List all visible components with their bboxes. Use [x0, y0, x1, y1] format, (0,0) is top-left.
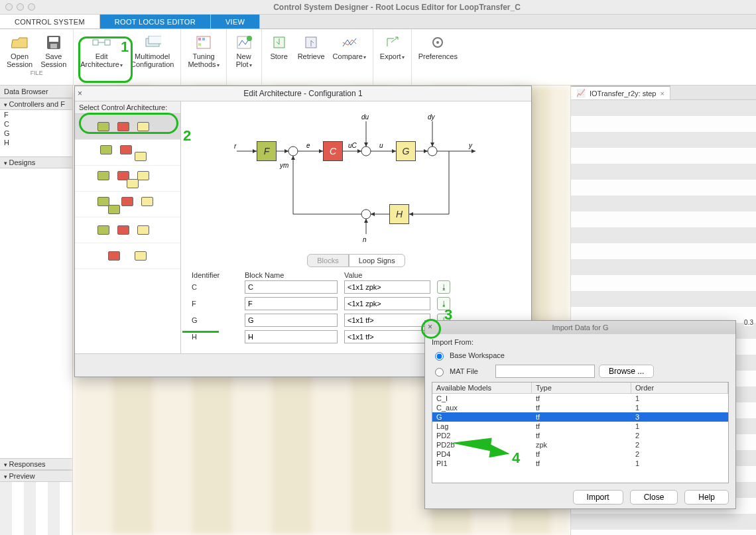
import-data-dialog: × Import Data for G Import From: Base Wo…	[424, 320, 736, 509]
radio-mat-file[interactable]	[435, 368, 444, 377]
svg-rect-10	[198, 38, 201, 40]
block-name-input[interactable]	[245, 297, 338, 310]
ribbon-group-file: Open Session Save Session FILE	[0, 29, 74, 85]
controller-item[interactable]: H	[0, 138, 72, 147]
ribbon-group-results: Store Retrieve Compare	[262, 29, 373, 85]
doc-tab-iotransfer[interactable]: 📈 IOTransfer_r2y: step ×	[571, 86, 670, 99]
new-plot-button[interactable]: New Plot	[231, 32, 257, 70]
svg-rect-8	[149, 36, 161, 44]
help-button[interactable]: Help	[684, 490, 729, 505]
model-row[interactable]: PD2bzpk2	[432, 440, 728, 449]
minimize-window-icon[interactable]	[17, 3, 24, 11]
import-from-label: Import From:	[432, 338, 729, 346]
main-tab-strip: CONTROL SYSTEM ROOT LOCUS EDITOR VIEW	[0, 15, 756, 29]
model-row[interactable]: PD2tf2	[432, 431, 728, 440]
store-button[interactable]: Store	[266, 32, 292, 62]
tuning-methods-button[interactable]: Tuning Methods	[185, 32, 221, 70]
svg-text:r: r	[234, 143, 237, 150]
compare-button[interactable]: Compare	[330, 32, 369, 62]
svg-text:y: y	[468, 142, 473, 149]
architecture-option[interactable]	[75, 114, 180, 140]
close-button[interactable]: Close	[630, 490, 678, 505]
model-row[interactable]: C_Itf1	[432, 394, 728, 403]
svg-text:ym: ym	[279, 162, 288, 169]
block-row: F⭳	[192, 297, 521, 310]
architecture-selector: Select Control Architecture:	[75, 101, 181, 353]
import-block-button[interactable]: ⭳	[437, 297, 450, 310]
block-row: C⭳	[192, 280, 521, 294]
close-icon[interactable]: ×	[428, 322, 432, 331]
section-responses[interactable]: Responses	[0, 458, 72, 470]
export-icon	[383, 33, 401, 52]
block-value-input[interactable]	[344, 314, 430, 327]
zoom-window-icon[interactable]	[28, 3, 35, 11]
svg-text:n: n	[363, 236, 367, 243]
multimodel-config-button[interactable]: Multimodel Configuration	[128, 32, 176, 70]
import-block-button[interactable]: ⭳	[437, 280, 450, 294]
architecture-option[interactable]	[75, 192, 180, 217]
architecture-option[interactable]	[75, 217, 180, 243]
ribbon-group-prefs: Preferences	[412, 29, 464, 85]
ribbon-group-plot: New Plot	[227, 29, 262, 85]
controller-item[interactable]: G	[0, 129, 72, 138]
import-button[interactable]: Import	[573, 490, 623, 505]
block-id: F	[192, 300, 238, 308]
svg-point-34	[288, 147, 298, 156]
ribbon-group-export: Export	[373, 29, 412, 85]
model-row[interactable]: PD4tf2	[432, 449, 728, 459]
save-icon	[44, 33, 63, 52]
tab-control-system[interactable]: CONTROL SYSTEM	[0, 15, 100, 29]
gear-icon	[428, 33, 447, 52]
svg-text:du: du	[361, 113, 369, 121]
open-session-button[interactable]: Open Session	[4, 32, 35, 70]
model-row[interactable]: Gtf3	[432, 412, 728, 422]
section-controllers[interactable]: Controllers and F	[0, 98, 72, 110]
close-window-icon[interactable]	[5, 3, 13, 11]
controller-item[interactable]: F	[0, 110, 72, 119]
tab-root-locus-editor[interactable]: ROOT LOCUS EDITOR	[100, 15, 211, 29]
block-G: G	[396, 141, 416, 161]
tab-blocks[interactable]: Blocks	[307, 254, 348, 267]
edit-architecture-button[interactable]: Edit Architecture	[78, 32, 125, 70]
block-value-input[interactable]	[344, 297, 430, 310]
preferences-button[interactable]: Preferences	[416, 32, 460, 62]
retrieve-button[interactable]: Retrieve	[295, 32, 328, 62]
block-id: C	[192, 283, 238, 291]
model-row[interactable]: C_auxtf1	[432, 403, 728, 412]
ribbon-group-arch: Edit Architecture Multimodel Configurati…	[74, 29, 181, 85]
controller-item[interactable]: C	[0, 119, 72, 129]
model-row[interactable]: PI1tf1	[432, 459, 728, 468]
block-value-input[interactable]	[344, 330, 430, 343]
browse-button[interactable]: Browse ...	[599, 365, 654, 378]
tab-loop-signs[interactable]: Loop Signs	[349, 254, 405, 267]
svg-rect-12	[198, 43, 201, 46]
close-icon[interactable]: ×	[660, 89, 664, 97]
svg-point-37	[361, 209, 371, 219]
svg-rect-5	[105, 40, 110, 45]
svg-point-14	[247, 36, 252, 41]
close-icon[interactable]: ×	[78, 89, 82, 98]
architecture-option[interactable]	[75, 243, 180, 269]
model-row[interactable]: Lagtf1	[432, 422, 728, 431]
plot-line-icon: 📈	[576, 89, 586, 97]
svg-text:e: e	[306, 142, 310, 149]
radio-base-workspace[interactable]	[435, 352, 444, 361]
svg-marker-0	[11, 38, 27, 48]
mat-file-path-input[interactable]	[495, 365, 595, 378]
section-designs[interactable]: Designs	[0, 156, 72, 168]
tab-view[interactable]: VIEW	[211, 15, 260, 29]
svg-rect-2	[49, 37, 58, 42]
architecture-option[interactable]	[75, 166, 180, 192]
block-value-input[interactable]	[344, 280, 430, 294]
export-button[interactable]: Export	[377, 32, 407, 62]
section-preview[interactable]: Preview	[0, 470, 72, 482]
architecture-option[interactable]	[75, 140, 180, 166]
tuning-icon	[194, 33, 213, 52]
block-name-input[interactable]	[245, 330, 338, 343]
plot-icon	[235, 33, 253, 52]
save-session-button[interactable]: Save Session	[38, 32, 69, 70]
block-name-input[interactable]	[245, 314, 338, 327]
svg-point-35	[361, 147, 371, 156]
block-name-input[interactable]	[245, 280, 338, 294]
svg-point-36	[428, 147, 437, 156]
